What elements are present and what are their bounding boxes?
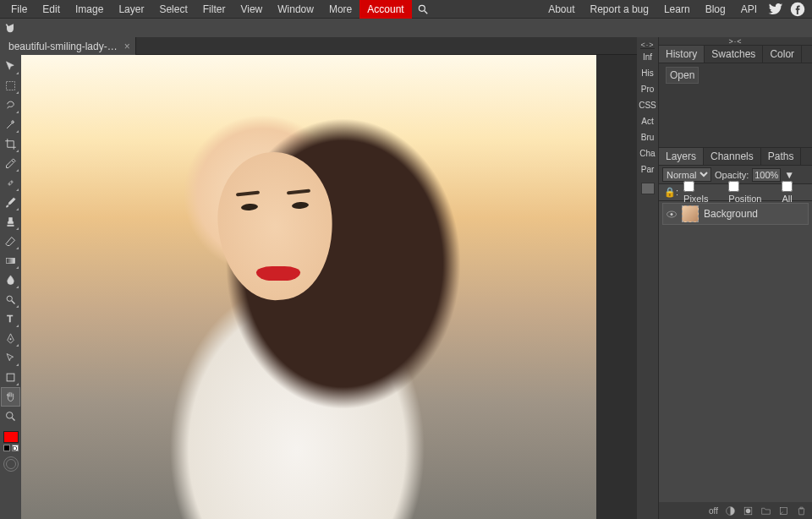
pen-tool[interactable] bbox=[2, 330, 19, 347]
menu-window[interactable]: Window bbox=[270, 0, 321, 19]
lock-all[interactable]: All bbox=[782, 181, 807, 204]
svg-text:T: T bbox=[7, 314, 13, 324]
link-about[interactable]: About bbox=[540, 0, 582, 19]
mini-tab-actions[interactable]: Act bbox=[637, 113, 658, 129]
history-entry[interactable]: Open bbox=[666, 67, 699, 84]
hand-tool[interactable] bbox=[2, 388, 19, 406]
svg-rect-7 bbox=[7, 258, 15, 263]
menu-select[interactable]: Select bbox=[151, 0, 195, 19]
blend-mode-select[interactable]: Normal bbox=[662, 167, 711, 182]
tab-channels[interactable]: Channels bbox=[704, 148, 761, 165]
brush-tool[interactable] bbox=[2, 194, 19, 211]
opacity-input[interactable] bbox=[752, 168, 781, 182]
search-icon[interactable] bbox=[417, 3, 429, 15]
menu-edit[interactable]: Edit bbox=[35, 0, 68, 19]
mini-tab-paragraph[interactable]: Par bbox=[637, 161, 658, 178]
color-swap-default[interactable]: D bbox=[3, 445, 19, 451]
right-panel-column: <·> Inf His Pro CSS Act Bru Cha Par >·< … bbox=[637, 37, 812, 519]
hand-icon bbox=[3, 21, 17, 35]
toolbox: T D bbox=[0, 55, 21, 519]
canvas-area[interactable] bbox=[21, 55, 637, 519]
path-select-tool[interactable] bbox=[2, 349, 19, 367]
svg-point-11 bbox=[10, 338, 12, 340]
expand-panels-icon[interactable]: >·< bbox=[659, 37, 812, 46]
link-learn[interactable]: Learn bbox=[656, 0, 698, 19]
link-api[interactable]: API bbox=[733, 0, 765, 19]
eraser-tool[interactable] bbox=[2, 232, 19, 250]
menu-image[interactable]: Image bbox=[68, 0, 111, 19]
wand-tool[interactable] bbox=[2, 116, 19, 134]
layer-name: Background bbox=[704, 208, 758, 220]
document-tab[interactable]: beautiful-smiling-lady-… × bbox=[0, 37, 136, 55]
menu-layer[interactable]: Layer bbox=[111, 0, 151, 19]
layer-lock-row: 🔒: Pixels Position All bbox=[659, 184, 812, 201]
history-panel-body: Open bbox=[659, 63, 812, 148]
adjustment-layer-icon[interactable] bbox=[725, 505, 736, 516]
layer-panel-footer: off bbox=[659, 502, 812, 519]
mini-tab-css[interactable]: CSS bbox=[637, 97, 658, 113]
link-report-bug[interactable]: Report a bug bbox=[583, 0, 656, 19]
stamp-tool[interactable] bbox=[2, 213, 19, 231]
mini-tab-brush[interactable]: Bru bbox=[637, 129, 658, 145]
close-tab-icon[interactable]: × bbox=[124, 41, 130, 52]
color-picker-icon[interactable] bbox=[3, 456, 19, 472]
options-bar bbox=[0, 19, 812, 37]
marquee-tool[interactable] bbox=[2, 77, 19, 95]
menu-more[interactable]: More bbox=[321, 0, 359, 19]
tab-layers[interactable]: Layers bbox=[659, 148, 704, 165]
visibility-icon[interactable] bbox=[667, 210, 677, 218]
opacity-dropdown-icon[interactable]: ▼ bbox=[784, 169, 794, 181]
menu-bar: File Edit Image Layer Select Filter View… bbox=[0, 0, 812, 19]
shape-tool[interactable] bbox=[2, 369, 19, 386]
type-tool[interactable]: T bbox=[2, 310, 19, 328]
menu-file[interactable]: File bbox=[3, 0, 35, 19]
svg-line-14 bbox=[12, 418, 14, 420]
lock-pixels[interactable]: Pixels bbox=[683, 181, 723, 204]
eyedropper-tool[interactable] bbox=[2, 155, 19, 172]
link-blog[interactable]: Blog bbox=[698, 0, 733, 19]
foreground-color-swatch[interactable] bbox=[3, 431, 19, 443]
svg-point-13 bbox=[7, 412, 14, 419]
menu-account[interactable]: Account bbox=[359, 0, 411, 19]
gradient-tool[interactable] bbox=[2, 252, 19, 270]
twitter-icon[interactable] bbox=[768, 2, 783, 17]
mini-tab-info[interactable]: Inf bbox=[637, 49, 658, 65]
history-panel-tabs: History Swatches Color bbox=[659, 46, 812, 63]
new-layer-icon[interactable] bbox=[778, 505, 789, 516]
svg-line-1 bbox=[424, 10, 427, 14]
layer-item-background[interactable]: Background bbox=[662, 203, 809, 225]
tab-swatches[interactable]: Swatches bbox=[705, 46, 763, 63]
lock-position[interactable]: Position bbox=[728, 181, 776, 204]
mini-tab-channels[interactable]: Cha bbox=[637, 145, 658, 161]
heal-tool[interactable] bbox=[2, 174, 19, 192]
mini-tab-thumbnail[interactable] bbox=[641, 183, 655, 194]
delete-layer-icon[interactable] bbox=[796, 505, 807, 516]
new-folder-icon[interactable] bbox=[760, 505, 771, 516]
layer-thumbnail bbox=[682, 205, 699, 222]
lasso-tool[interactable] bbox=[2, 96, 19, 114]
tab-color[interactable]: Color bbox=[763, 46, 802, 63]
svg-point-6 bbox=[11, 182, 12, 183]
lock-icon: 🔒: bbox=[664, 187, 678, 198]
zoom-tool[interactable] bbox=[2, 407, 19, 425]
menu-view[interactable]: View bbox=[233, 0, 270, 19]
layer-mask-icon[interactable] bbox=[743, 505, 754, 516]
tab-history[interactable]: History bbox=[659, 46, 705, 63]
menu-filter[interactable]: Filter bbox=[195, 0, 233, 19]
status-off-label: off bbox=[709, 506, 718, 516]
svg-point-0 bbox=[419, 5, 425, 11]
svg-point-5 bbox=[9, 183, 10, 184]
dodge-tool[interactable] bbox=[2, 291, 19, 309]
mini-tab-properties[interactable]: Pro bbox=[637, 81, 658, 97]
expand-mini-icon[interactable]: <·> bbox=[640, 41, 654, 49]
collapsed-panel-tabs: <·> Inf His Pro CSS Act Bru Cha Par bbox=[637, 37, 659, 519]
facebook-icon[interactable] bbox=[790, 2, 805, 17]
tab-paths[interactable]: Paths bbox=[761, 148, 802, 165]
move-tool[interactable] bbox=[2, 57, 19, 75]
blur-tool[interactable] bbox=[2, 271, 19, 289]
document-tab-title: beautiful-smiling-lady-… bbox=[8, 41, 118, 52]
opacity-label: Opacity: bbox=[715, 170, 749, 180]
mini-tab-history[interactable]: His bbox=[637, 65, 658, 81]
svg-point-8 bbox=[7, 296, 12, 301]
crop-tool[interactable] bbox=[2, 135, 19, 153]
